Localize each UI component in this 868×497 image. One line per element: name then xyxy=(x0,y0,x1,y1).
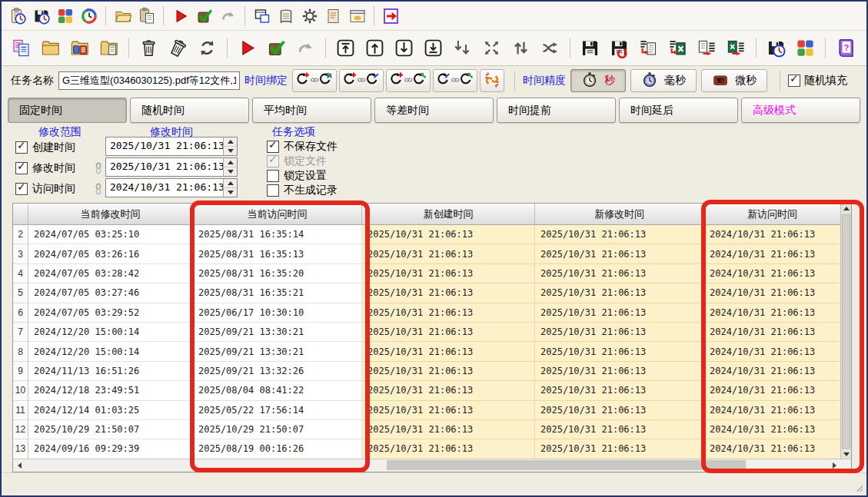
table-cell[interactable]: 2025/10/31 21:06:13 xyxy=(362,264,535,283)
precision-毫秒-button[interactable]: 毫秒 xyxy=(630,69,697,92)
vertical-scroll-thumb[interactable] xyxy=(842,214,850,449)
table-cell[interactable]: 2025/10/29 21:50:07 xyxy=(28,420,193,439)
option-不保存文件[interactable]: 不保存文件 xyxy=(267,140,338,154)
row-number[interactable]: 9 xyxy=(13,362,28,381)
table-cell[interactable]: 2024/10/31 21:06:13 xyxy=(704,264,841,283)
export-text-icon[interactable] xyxy=(693,35,720,61)
table-cell[interactable]: 2024/07/05 03:26:16 xyxy=(28,244,193,263)
disk-clock-icon[interactable] xyxy=(30,5,52,27)
table-cell[interactable]: 2025/10/31 21:06:13 xyxy=(535,225,704,244)
run-icon[interactable] xyxy=(169,5,191,27)
tab-固定时间[interactable]: 固定时间 xyxy=(8,98,127,123)
spread-icon[interactable] xyxy=(478,35,505,61)
table-cell[interactable]: 2024/10/31 21:06:13 xyxy=(704,439,841,459)
color-grid-icon[interactable] xyxy=(792,35,819,61)
spin-down-icon[interactable] xyxy=(224,167,237,176)
option-checkbox[interactable] xyxy=(267,141,279,153)
column-header-当前修改时间[interactable]: 当前修改时间 xyxy=(28,204,193,225)
table-cell[interactable]: 2024/12/20 15:00:14 xyxy=(28,323,193,342)
folder-open-icon[interactable] xyxy=(111,5,134,27)
table-cell[interactable]: 2024/12/14 01:03:25 xyxy=(28,401,193,420)
table-cell[interactable]: 2024/07/05 03:25:10 xyxy=(28,225,193,244)
row-number[interactable]: 13 xyxy=(13,439,28,459)
table-cell[interactable]: 2025/10/31 21:06:13 xyxy=(362,401,535,420)
table-cell[interactable]: 2024/07/05 03:27:46 xyxy=(28,283,193,303)
table-cell[interactable]: 2025/10/31 21:06:13 xyxy=(362,303,535,323)
table-cell[interactable]: 2024/07/05 03:29:52 xyxy=(28,303,193,323)
table-cell[interactable]: 2024/10/31 21:06:13 xyxy=(704,225,841,244)
column-header-新创建时间[interactable]: 新创建时间 xyxy=(362,204,535,225)
copy-files-icon[interactable] xyxy=(8,35,35,61)
log-icon[interactable] xyxy=(322,5,344,27)
exit-icon[interactable] xyxy=(380,5,402,27)
save-as-icon[interactable] xyxy=(606,35,633,61)
sort-down-icon[interactable] xyxy=(449,35,476,61)
row-number[interactable]: 7 xyxy=(13,323,28,342)
bind-modify-access-button[interactable] xyxy=(433,69,477,92)
table-cell[interactable]: 2024/11/13 16:51:26 xyxy=(28,362,193,381)
table-cell[interactable]: 2024/07/05 03:28:42 xyxy=(28,264,193,283)
table-cell[interactable]: 2025/08/04 08:41:22 xyxy=(193,381,362,400)
spin-up-icon[interactable] xyxy=(224,179,237,188)
table-cell[interactable]: 2025/08/31 16:35:13 xyxy=(193,244,362,263)
paste-icon[interactable] xyxy=(135,5,158,27)
table-cell[interactable]: 2025/10/31 21:06:13 xyxy=(535,362,704,381)
row-number[interactable]: 11 xyxy=(13,401,28,420)
clean-icon[interactable] xyxy=(165,35,191,61)
datetime-input-2[interactable]: 2024/10/31 21:06:13 xyxy=(105,178,238,197)
table-cell[interactable]: 2025/10/31 21:06:13 xyxy=(535,283,704,303)
table-cell[interactable]: 2025/10/31 21:06:13 xyxy=(362,362,535,381)
table-cell[interactable]: 2024/12/18 23:49:51 xyxy=(28,381,193,400)
folder-paste-icon[interactable] xyxy=(95,35,122,61)
table-cell[interactable]: 2025/09/21 13:32:26 xyxy=(193,362,362,381)
spin-down-icon[interactable] xyxy=(224,188,237,197)
table-cell[interactable]: 2025/10/31 21:06:13 xyxy=(362,342,535,361)
move-up-icon[interactable] xyxy=(361,35,388,61)
datetime-value[interactable]: 2024/10/31 21:06:13 xyxy=(106,179,223,197)
option-checkbox[interactable] xyxy=(267,170,279,182)
table-cell[interactable]: 2024/10/31 21:06:13 xyxy=(704,303,841,323)
table-cell[interactable]: 2025/10/31 21:06:13 xyxy=(535,420,704,439)
row-number[interactable]: 2 xyxy=(13,225,28,244)
datetime-value[interactable]: 2025/10/31 21:06:13 xyxy=(106,158,223,176)
swap-vertical-icon[interactable] xyxy=(507,35,534,61)
table-cell[interactable]: 2024/10/31 21:06:13 xyxy=(704,323,841,342)
scroll-up-icon[interactable] xyxy=(841,204,851,214)
row-number[interactable]: 12 xyxy=(13,420,28,439)
spinner[interactable] xyxy=(223,138,237,155)
table-cell[interactable]: 2025/08/31 16:35:14 xyxy=(193,225,362,244)
column-header-当前访问时间[interactable]: 当前访问时间 xyxy=(193,204,362,225)
scroll-left-icon[interactable] xyxy=(13,459,25,471)
tab-时间延后[interactable]: 时间延后 xyxy=(619,98,738,123)
shuffle-icon[interactable] xyxy=(537,35,564,61)
move-top-icon[interactable] xyxy=(332,35,359,61)
table-cell[interactable]: 2025/10/31 21:06:13 xyxy=(362,283,535,303)
table-cell[interactable]: 2025/10/31 21:06:13 xyxy=(535,264,704,283)
scope-checkbox[interactable] xyxy=(15,162,28,174)
table-cell[interactable]: 2025/10/31 21:06:13 xyxy=(362,323,535,342)
table-cell[interactable]: 2025/10/31 21:06:13 xyxy=(535,342,704,361)
table-cell[interactable]: 2024/09/16 09:29:39 xyxy=(28,439,193,459)
row-number[interactable]: 3 xyxy=(13,244,28,263)
scope-row-修改时间[interactable]: 修改时间 xyxy=(11,159,75,177)
help-icon[interactable]: ? xyxy=(832,35,859,61)
horizontal-scroll-thumb[interactable] xyxy=(387,460,746,470)
table-cell[interactable]: 2025/10/31 21:06:13 xyxy=(535,439,704,459)
table-cell[interactable]: 2025/10/31 21:06:13 xyxy=(362,244,535,263)
resize-grip[interactable] xyxy=(855,484,863,492)
bind-create-modify-button[interactable] xyxy=(339,69,384,92)
save-icon[interactable] xyxy=(577,35,604,61)
scope-row-创建时间[interactable]: 创建时间 xyxy=(11,138,75,157)
vertical-scrollbar[interactable] xyxy=(840,204,851,459)
run-icon[interactable] xyxy=(234,35,261,61)
table-cell[interactable]: 2024/10/31 21:06:13 xyxy=(704,401,841,420)
spin-down-icon[interactable] xyxy=(224,147,237,155)
table-cell[interactable]: 2025/08/19 00:16:26 xyxy=(193,439,362,459)
row-number[interactable]: 5 xyxy=(13,283,28,303)
window-app-icon[interactable] xyxy=(346,5,368,27)
tab-时间提前[interactable]: 时间提前 xyxy=(497,98,616,123)
option-锁定设置[interactable]: 锁定设置 xyxy=(267,169,327,183)
table-cell[interactable]: 2024/10/31 21:06:13 xyxy=(704,283,841,303)
table-cell[interactable]: 2025/10/31 21:06:13 xyxy=(362,381,535,400)
scroll-right-icon[interactable] xyxy=(828,459,840,471)
